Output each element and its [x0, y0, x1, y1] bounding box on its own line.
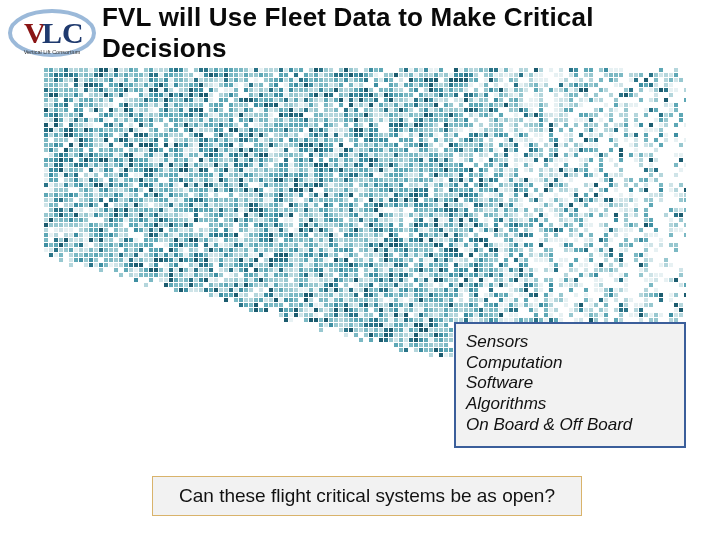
callout-line: Computation [466, 353, 674, 374]
callout-line: Software [466, 373, 674, 394]
callout-line: On Board & Off Board [466, 415, 674, 436]
svg-text:Vertical Lift Consortium: Vertical Lift Consortium [24, 49, 81, 55]
callout-line: Sensors [466, 332, 674, 353]
question-text: Can these flight critical systems be as … [163, 485, 571, 507]
svg-text:LC: LC [42, 16, 84, 49]
question-callout: Can these flight critical systems be as … [152, 476, 582, 516]
slide-title: FVL will Use Fleet Data to Make Critical… [98, 2, 714, 64]
vlc-logo: V LC Vertical Lift Consortium [6, 9, 98, 57]
slide: V LC Vertical Lift Consortium FVL will U… [0, 0, 720, 540]
callout-line: Algorithms [466, 394, 674, 415]
technologies-callout: SensorsComputationSoftwareAlgorithmsOn B… [454, 322, 686, 448]
header: V LC Vertical Lift Consortium FVL will U… [6, 6, 714, 60]
